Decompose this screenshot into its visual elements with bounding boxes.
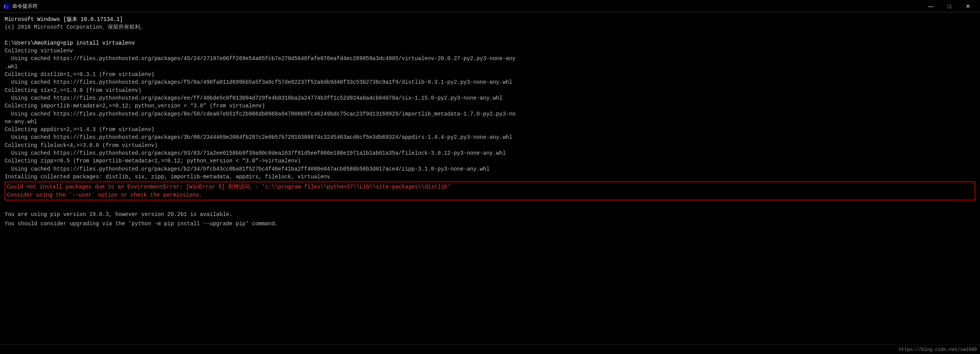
line-1: Microsoft Windows [版本 10.0.17134.1] — [5, 16, 975, 23]
pip-warning-2: You should consider upgrading via the 'p… — [5, 220, 975, 228]
line-cmd: C:\Users\AmoXiang>pip install virtualenv — [5, 39, 975, 47]
cmd-icon: C:\ — [3, 3, 9, 9]
line-zipp: Collecting zipp>=0.5 (from importlib-met… — [5, 157, 975, 165]
error-line-1: Could not install packages due to an Env… — [7, 183, 973, 191]
line-url5: Using cached https://files.pythonhosted.… — [5, 133, 975, 141]
terminal-content: Microsoft Windows [版本 10.0.17134.1] (c) … — [0, 12, 980, 345]
bottom-bar: https://blog.csdn.net/xw1680 — [0, 345, 980, 354]
title-bar: C:\ 命令提示符 — □ ✕ — [0, 0, 980, 12]
line-collect: Collecting virtualenv — [5, 47, 975, 55]
pip-warning-1: You are using pip version 19.0.3, howeve… — [5, 211, 975, 218]
line-url2: Using cached https://files.pythonhosted.… — [5, 78, 975, 86]
svg-text:C:\: C:\ — [4, 4, 9, 9]
window-title: 命令提示符 — [12, 3, 38, 10]
line-appdirs: Collecting appdirs<2,>=1.4.3 (from virtu… — [5, 126, 975, 133]
close-button[interactable]: ✕ — [959, 0, 977, 12]
line-url7: Using cached https://files.pythonhosted.… — [5, 165, 975, 173]
bottom-url: https://blog.csdn.net/xw1680 — [899, 347, 977, 352]
title-bar-left: C:\ 命令提示符 — [3, 3, 38, 10]
line-url1: Using cached https://files.pythonhosted.… — [5, 55, 975, 62]
line-2: (c) 2018 Microsoft Corporation。保留所有权利。 — [5, 23, 975, 31]
line-distlib: Collecting distlib<1,>=0.3.1 (from virtu… — [5, 71, 975, 78]
line-installing: Installing collected packages: distlib, … — [5, 173, 975, 181]
line-blank2 — [5, 201, 975, 209]
line-url6: Using cached https://files.pythonhosted.… — [5, 149, 975, 157]
line-url4: Using cached https://files.pythonhosted.… — [5, 110, 975, 118]
line-ne: ne-any.whl — [5, 118, 975, 126]
cmd-window: C:\ 命令提示符 — □ ✕ Microsoft Windows [版本 10… — [0, 0, 980, 354]
line-url3: Using cached https://files.pythonhosted.… — [5, 94, 975, 102]
line-filelock: Collecting filelock<4,>=3.0.0 (from virt… — [5, 142, 975, 149]
minimize-button[interactable]: — — [922, 0, 940, 12]
line-six: Collecting six<2,>=1.9.0 (from virtualen… — [5, 86, 975, 94]
error-line-2: Consider using the `--user` option or ch… — [7, 191, 973, 199]
line-importlib: Collecting importlib-metadata<2,>=0.12; … — [5, 102, 975, 110]
line-blank1 — [5, 31, 975, 39]
line-whl1: .whl — [5, 63, 975, 71]
error-block: Could not install packages due to an Env… — [5, 181, 975, 200]
maximize-button[interactable]: □ — [940, 0, 958, 12]
window-controls: — □ ✕ — [922, 0, 977, 12]
